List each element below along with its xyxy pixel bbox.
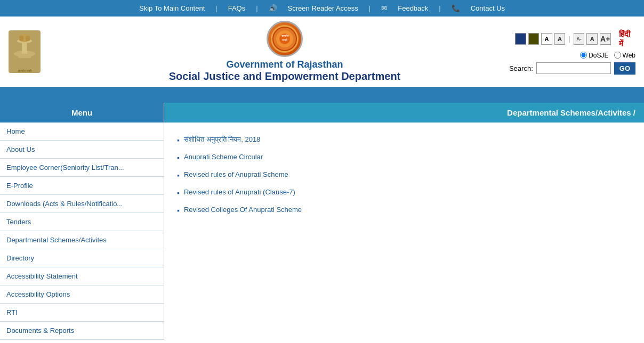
- sidebar-link-documents-reports[interactable]: Documents & Reports: [0, 322, 164, 339]
- feedback-link[interactable]: Feedback: [398, 4, 428, 12]
- sidebar-link-employee-corner[interactable]: Employee Corner(Seniority List/Tran...: [0, 159, 164, 176]
- sidebar-link-about-us[interactable]: About Us: [0, 141, 164, 158]
- search-row: Search: GO: [509, 62, 635, 75]
- font-a2-btn[interactable]: A: [554, 33, 566, 45]
- sidebar-item-home: Home: [0, 123, 164, 141]
- sidebar-link-accessibility-statement[interactable]: Accessibility Statement: [0, 267, 164, 285]
- sidebar-item-documents-reports: Documents & Reports: [0, 322, 164, 340]
- list-item-item-5: Revised Colleges Of Anuprati Scheme: [177, 201, 631, 219]
- search-label: Search:: [509, 64, 533, 72]
- sidebar-link-tenders[interactable]: Tenders: [0, 213, 164, 231]
- sidebar-item-e-profile: E-Profile: [0, 177, 164, 195]
- radio-dosje[interactable]: DoSJE: [580, 52, 608, 59]
- sidebar-link-rti[interactable]: RTI: [0, 304, 164, 321]
- svg-text:सत्यमेव: सत्यमेव: [281, 34, 289, 37]
- sidebar-item-dept-schemes: Departmental Schemes/Activites: [0, 231, 164, 249]
- sidebar-link-downloads[interactable]: Downloads (Acts & Rules/Notificatio...: [0, 195, 164, 213]
- sidebar-item-about-us: About Us: [0, 141, 164, 159]
- go-button[interactable]: GO: [614, 62, 635, 75]
- content-list: संशोधित अनुप्रति नियम, 2018Anuprati Sche…: [164, 123, 644, 227]
- sidebar-item-employee-corner: Employee Corner(Seniority List/Tran...: [0, 159, 164, 177]
- sidebar: Menu HomeAbout UsEmployee Corner(Seniori…: [0, 103, 164, 340]
- sidebar-item-accessibility-statement: Accessibility Statement: [0, 267, 164, 285]
- screen-reader-link[interactable]: Screen Reader Access: [288, 4, 358, 12]
- sidebar-link-home[interactable]: Home: [0, 123, 164, 140]
- sidebar-item-accessibility-options: Accessibility Options: [0, 285, 164, 304]
- search-input[interactable]: [536, 62, 611, 74]
- accessibility-bar: A A | A- A A+ हिंदी में: [515, 29, 635, 48]
- font-a-btn[interactable]: A: [541, 33, 552, 45]
- sidebar-header: Menu: [0, 103, 164, 123]
- contact-link[interactable]: Contact Us: [471, 4, 505, 12]
- faqs-link[interactable]: FAQs: [228, 4, 246, 12]
- radio-web[interactable]: Web: [614, 52, 635, 59]
- govt-name: Government of Rajasthan: [51, 59, 518, 70]
- main-content: Departmental Schemes/Activites / संशोधित…: [164, 103, 644, 340]
- theme-dark-btn[interactable]: [528, 33, 540, 45]
- font-normal-btn[interactable]: A: [586, 33, 598, 45]
- header-center: सत्यमेव जयते Government of Rajasthan Soc…: [51, 21, 518, 83]
- sidebar-item-tenders: Tenders: [0, 213, 164, 231]
- scheme-link-item-5[interactable]: Revised Colleges Of Anuprati Scheme: [184, 206, 302, 214]
- scheme-link-item-4[interactable]: Revised rules of Anuprati (Clause-7): [184, 188, 295, 196]
- contact-icon: 📞: [452, 4, 460, 12]
- scheme-link-item-3[interactable]: Revised rules of Anuprati Scheme: [184, 170, 288, 178]
- list-item-item-4: Revised rules of Anuprati (Clause-7): [177, 184, 631, 201]
- font-increase-btn[interactable]: A+: [600, 33, 611, 45]
- nav-bar: [0, 87, 644, 103]
- search-scope-radio: DoSJE Web: [580, 52, 635, 59]
- svg-rect-6: [19, 36, 23, 41]
- sidebar-item-rti: RTI: [0, 304, 164, 322]
- sidebar-link-e-profile[interactable]: E-Profile: [0, 177, 164, 194]
- svg-text:सत्यमेव जयते: सत्यमेव जयते: [17, 69, 33, 72]
- list-item-item-2: Anuprati Scheme Circular: [177, 149, 631, 166]
- content-area: Menu HomeAbout UsEmployee Corner(Seniori…: [0, 103, 644, 340]
- header: सत्यमेव जयते सत्यमेव जयते Government of …: [0, 17, 644, 87]
- sidebar-item-directory: Directory: [0, 249, 164, 267]
- top-bar: Skip To Main Content | FAQs | 🔊 Screen R…: [0, 0, 644, 17]
- feedback-icon: ✉: [381, 4, 387, 12]
- ashoka-logo: सत्यमेव जयते: [9, 30, 51, 73]
- list-item-item-1: संशोधित अनुप्रति नियम, 2018: [177, 131, 631, 149]
- sidebar-link-dept-schemes[interactable]: Departmental Schemes/Activites: [0, 231, 164, 249]
- scheme-link-item-2[interactable]: Anuprati Scheme Circular: [184, 153, 263, 161]
- list-item-item-3: Revised rules of Anuprati Scheme: [177, 166, 631, 184]
- sidebar-link-directory[interactable]: Directory: [0, 249, 164, 267]
- font-decrease-btn[interactable]: A-: [574, 33, 585, 45]
- svg-rect-7: [26, 36, 30, 41]
- theme-blue-btn[interactable]: [515, 33, 526, 45]
- sidebar-item-downloads: Downloads (Acts & Rules/Notificatio...: [0, 195, 164, 213]
- skip-main-link[interactable]: Skip To Main Content: [139, 4, 205, 12]
- header-right: A A | A- A A+ हिंदी में DoSJE Web Search…: [518, 29, 635, 75]
- screen-reader-icon: 🔊: [269, 4, 277, 12]
- scheme-link-item-1[interactable]: संशोधित अनुप्रति नियम, 2018: [184, 135, 260, 144]
- sidebar-menu: HomeAbout UsEmployee Corner(Seniority Li…: [0, 123, 164, 340]
- sidebar-link-accessibility-options[interactable]: Accessibility Options: [0, 285, 164, 303]
- main-heading: Departmental Schemes/Activites /: [164, 103, 644, 123]
- svg-text:जयते: जयते: [281, 38, 288, 42]
- hindi-link[interactable]: हिंदी में: [619, 29, 635, 48]
- state-emblem: सत्यमेव जयते: [267, 21, 303, 57]
- dept-name: Social Justice and Empowerment Departmen…: [51, 70, 518, 83]
- scheme-list: संशोधित अनुप्रति नियम, 2018Anuprati Sche…: [177, 131, 631, 219]
